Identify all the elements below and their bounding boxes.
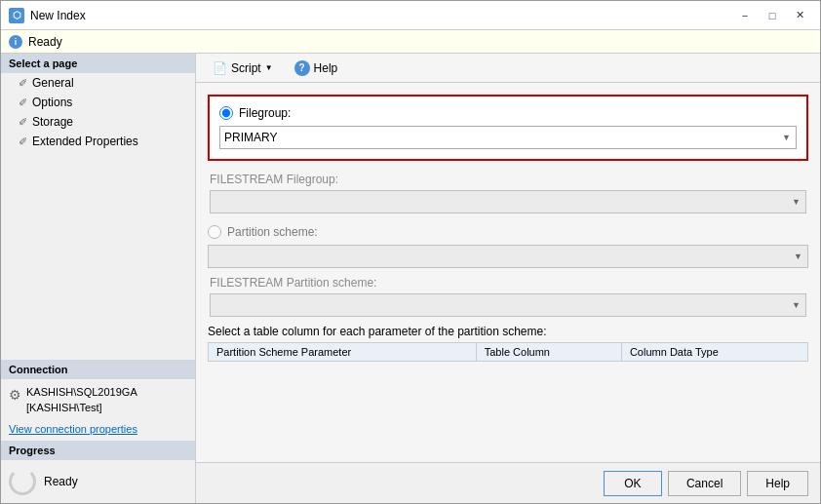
sidebar-label-extended-properties: Extended Properties bbox=[32, 135, 138, 148]
filegroup-section: Filegroup: PRIMARY bbox=[208, 95, 808, 161]
content-area: Select a page ✐ General ✐ Options ✐ Stor… bbox=[1, 54, 820, 503]
close-button[interactable]: ✕ bbox=[787, 6, 812, 25]
sidebar: Select a page ✐ General ✐ Options ✐ Stor… bbox=[1, 54, 196, 503]
storage-icon: ✐ bbox=[19, 116, 27, 129]
partition-section: Partition scheme: bbox=[208, 225, 808, 268]
filestream-select[interactable] bbox=[210, 190, 806, 213]
col-header-table-column: Table Column bbox=[476, 343, 621, 362]
sidebar-item-general[interactable]: ✐ General bbox=[1, 73, 195, 93]
table-description: Select a table column for each parameter… bbox=[208, 325, 808, 338]
partition-radio[interactable] bbox=[208, 225, 221, 239]
help-button[interactable]: ? Help bbox=[286, 57, 347, 80]
title-bar-left: ⬡ New Index bbox=[9, 8, 86, 23]
title-controls: − □ ✕ bbox=[732, 6, 812, 25]
maximize-button[interactable]: □ bbox=[760, 6, 785, 25]
filegroup-label: Filegroup: bbox=[239, 106, 291, 120]
server-name: KASHISH\SQL2019GA bbox=[26, 385, 137, 400]
progress-spinner bbox=[9, 468, 36, 495]
connection-info: ⚙ KASHISH\SQL2019GA [KASHISH\Test] bbox=[1, 379, 195, 421]
minimize-button[interactable]: − bbox=[732, 6, 758, 25]
table-section: Select a table column for each parameter… bbox=[208, 325, 808, 362]
filestream-partition-label: FILESTREAM Partition scheme: bbox=[210, 276, 806, 290]
sidebar-label-general: General bbox=[32, 76, 74, 90]
window-title: New Index bbox=[30, 9, 86, 22]
sidebar-label-options: Options bbox=[32, 96, 72, 109]
help-label: Help bbox=[314, 61, 338, 75]
filestream-label: FILESTREAM Filegroup: bbox=[210, 173, 806, 186]
col-header-data-type: Column Data Type bbox=[621, 343, 807, 362]
dropdown-arrow-icon: ▼ bbox=[265, 63, 273, 72]
filestream-partition-select[interactable] bbox=[210, 293, 806, 317]
partition-radio-row: Partition scheme: bbox=[208, 225, 808, 239]
status-text: Ready bbox=[28, 35, 62, 49]
connection-icon: ⚙ bbox=[9, 387, 21, 403]
progress-section-title: Progress bbox=[1, 441, 195, 460]
filestream-partition-select-wrapper bbox=[210, 293, 806, 317]
progress-status: Ready bbox=[44, 475, 78, 488]
sidebar-section-title: Select a page bbox=[1, 54, 195, 73]
sidebar-item-extended-properties[interactable]: ✐ Extended Properties bbox=[1, 132, 195, 151]
filegroup-radio[interactable] bbox=[219, 106, 233, 120]
app-icon: ⬡ bbox=[9, 8, 24, 23]
filegroup-select-wrapper: PRIMARY bbox=[219, 126, 797, 149]
main-body: Filegroup: PRIMARY FILESTREAM Filegroup: bbox=[196, 83, 820, 462]
database-name: [KASHISH\Test] bbox=[26, 401, 137, 415]
connection-details: KASHISH\SQL2019GA [KASHISH\Test] bbox=[26, 385, 137, 415]
script-icon: 📄 bbox=[213, 61, 227, 75]
partition-label: Partition scheme: bbox=[227, 225, 318, 239]
extended-properties-icon: ✐ bbox=[19, 136, 27, 148]
status-bar: i Ready bbox=[1, 30, 820, 54]
title-bar: ⬡ New Index − □ ✕ bbox=[1, 1, 820, 30]
help-icon: ? bbox=[294, 60, 310, 76]
options-icon: ✐ bbox=[19, 97, 27, 109]
toolbar: 📄 Script ▼ ? Help bbox=[196, 54, 820, 83]
partition-select-wrapper bbox=[208, 245, 808, 268]
col-header-partition-param: Partition Scheme Parameter bbox=[209, 343, 477, 362]
view-connection-link[interactable]: View connection properties bbox=[1, 421, 195, 441]
partition-param-table: Partition Scheme Parameter Table Column … bbox=[208, 342, 808, 362]
status-icon: i bbox=[9, 35, 22, 49]
filestream-partition-section: FILESTREAM Partition scheme: bbox=[208, 276, 808, 317]
sidebar-item-storage[interactable]: ✐ Storage bbox=[1, 112, 195, 132]
filegroup-select[interactable]: PRIMARY bbox=[219, 126, 797, 149]
script-button[interactable]: 📄 Script ▼ bbox=[204, 58, 282, 79]
help-footer-button[interactable]: Help bbox=[747, 471, 808, 496]
partition-select[interactable] bbox=[208, 245, 808, 268]
script-label: Script bbox=[231, 61, 261, 75]
cancel-button[interactable]: Cancel bbox=[668, 471, 741, 496]
footer-bar: OK Cancel Help bbox=[196, 462, 820, 503]
filestream-section: FILESTREAM Filegroup: bbox=[208, 173, 808, 213]
main-window: ⬡ New Index − □ ✕ i Ready Select a page … bbox=[0, 0, 821, 504]
sidebar-item-options[interactable]: ✐ Options bbox=[1, 93, 195, 112]
progress-content: Ready bbox=[1, 460, 195, 503]
filestream-select-wrapper bbox=[210, 190, 806, 213]
filegroup-radio-row: Filegroup: bbox=[219, 106, 797, 120]
main-content: 📄 Script ▼ ? Help Filegroup: bbox=[196, 54, 820, 503]
sidebar-label-storage: Storage bbox=[32, 115, 73, 129]
ok-button[interactable]: OK bbox=[604, 471, 662, 496]
connection-section-title: Connection bbox=[1, 360, 195, 379]
general-icon: ✐ bbox=[19, 77, 27, 90]
